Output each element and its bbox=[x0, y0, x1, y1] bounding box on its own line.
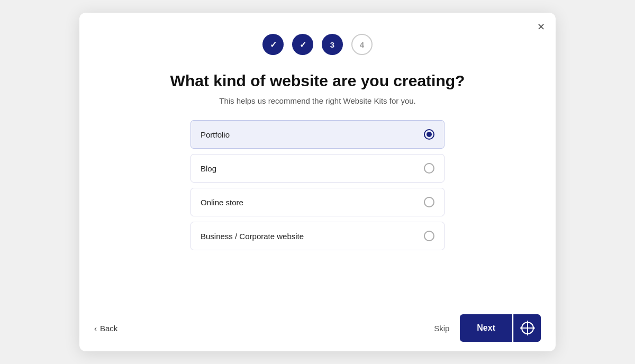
option-online-store-label: Online store bbox=[201, 198, 243, 207]
crosshair-icon bbox=[520, 321, 535, 335]
step-indicators: ✓ ✓ 3 4 bbox=[262, 34, 373, 55]
next-icon-button[interactable] bbox=[513, 314, 541, 342]
step-1-label: ✓ bbox=[270, 40, 277, 50]
skip-button[interactable]: Skip bbox=[434, 324, 449, 333]
wizard-modal: ✕ ✓ ✓ 3 4 What kind of website are you c… bbox=[79, 13, 556, 351]
option-online-store[interactable]: Online store bbox=[190, 188, 444, 216]
radio-portfolio-fill bbox=[427, 132, 432, 137]
radio-business bbox=[424, 231, 434, 241]
option-blog[interactable]: Blog bbox=[190, 154, 444, 183]
step-2: ✓ bbox=[292, 34, 313, 55]
step-4: 4 bbox=[351, 34, 373, 55]
website-type-options: Portfolio Blog Online store Business / C… bbox=[190, 120, 444, 250]
close-icon: ✕ bbox=[537, 22, 545, 32]
radio-portfolio bbox=[424, 129, 434, 140]
option-blog-label: Blog bbox=[201, 164, 216, 173]
radio-blog bbox=[424, 163, 434, 174]
step-3-label: 3 bbox=[330, 40, 334, 49]
modal-footer: ‹ Back Skip Next bbox=[79, 305, 556, 351]
next-area: Next bbox=[460, 314, 541, 342]
option-business-label: Business / Corporate website bbox=[201, 232, 304, 241]
footer-right: Skip Next bbox=[434, 314, 541, 342]
radio-online-store bbox=[424, 197, 434, 207]
skip-label: Skip bbox=[434, 324, 449, 333]
close-button[interactable]: ✕ bbox=[537, 22, 545, 32]
option-business[interactable]: Business / Corporate website bbox=[190, 222, 444, 250]
option-portfolio[interactable]: Portfolio bbox=[190, 120, 444, 149]
step-4-label: 4 bbox=[360, 40, 364, 49]
next-button[interactable]: Next bbox=[460, 314, 512, 342]
back-button[interactable]: ‹ Back bbox=[94, 324, 117, 333]
next-label: Next bbox=[477, 323, 495, 332]
page-title: What kind of website are you creating? bbox=[170, 72, 465, 90]
back-label: Back bbox=[100, 324, 117, 333]
option-portfolio-label: Portfolio bbox=[201, 130, 230, 139]
back-chevron-icon: ‹ bbox=[94, 324, 97, 333]
step-1: ✓ bbox=[262, 34, 284, 55]
page-subtitle: This helps us recommend the right Websit… bbox=[219, 96, 416, 105]
crosshair-circle bbox=[521, 322, 534, 334]
step-3: 3 bbox=[322, 34, 343, 55]
step-2-label: ✓ bbox=[300, 40, 306, 50]
